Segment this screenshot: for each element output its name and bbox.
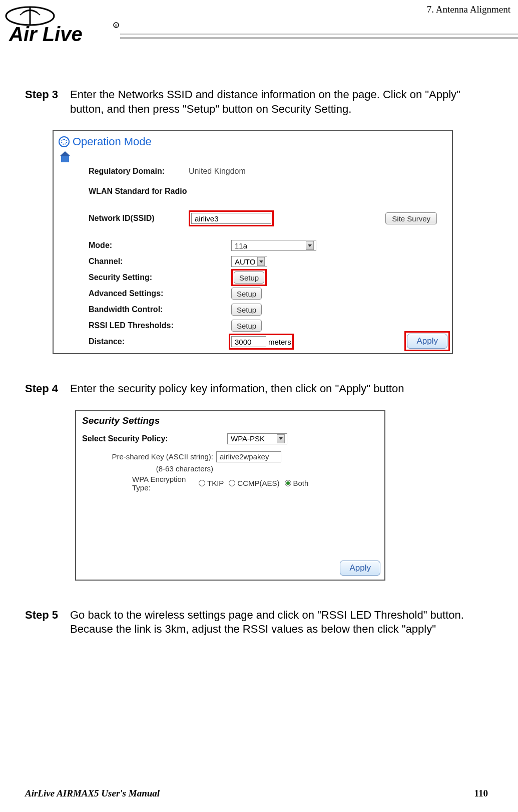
chevron-down-icon <box>306 241 314 250</box>
step-3-text: Enter the Networks SSID and distance inf… <box>70 88 488 116</box>
security-policy-label: Select Security Policy: <box>82 434 227 443</box>
psk-input[interactable]: airlive2wpakey <box>216 451 281 462</box>
bandwidth-setup-button[interactable]: Setup <box>231 304 262 316</box>
page-footer: AirLive AIRMAX5 User's Manual 110 <box>25 788 488 799</box>
chevron-down-icon <box>277 434 285 443</box>
apply-highlight: Apply <box>404 331 450 351</box>
mode-select[interactable]: 11a <box>231 240 316 251</box>
rssi-setup-button[interactable]: Setup <box>231 320 262 332</box>
step-3-label: Step 3 <box>25 88 70 116</box>
operation-mode-title: Operation Mode <box>73 135 152 148</box>
channel-select[interactable]: AUTO <box>231 256 267 267</box>
operation-mode-panel: Operation Mode Regulatory Domain: United… <box>53 130 453 354</box>
rssi-thresholds-label: RSSI LED Thresholds: <box>89 321 189 330</box>
radio-both[interactable] <box>285 480 291 486</box>
reg-domain-value: United Kingdom <box>189 167 246 176</box>
radio-tkip[interactable] <box>199 480 205 486</box>
security-settings-title: Security Settings <box>76 411 384 428</box>
site-survey-button[interactable]: Site Survey <box>385 212 437 224</box>
mode-value: 11a <box>235 241 247 250</box>
security-setup-button[interactable]: Setup <box>234 272 264 284</box>
step-5: Step 5 Go back to the wireless settings … <box>25 608 488 637</box>
security-apply-button[interactable]: Apply <box>340 561 380 576</box>
encryption-type-label: WPA Encryption Type: <box>111 475 194 492</box>
distance-highlight: 3000 meters <box>229 334 294 350</box>
channel-value: AUTO <box>235 257 255 266</box>
mode-label: Mode: <box>89 241 189 250</box>
psk-label: Pre-shared Key (ASCII string): <box>111 452 216 461</box>
footer-page-number: 110 <box>474 788 488 799</box>
apply-button[interactable]: Apply <box>407 334 447 349</box>
distance-label: Distance: <box>89 337 189 346</box>
brand-logo: Air Live R <box>5 5 125 52</box>
ssid-label: Network ID(SSID) <box>89 214 189 223</box>
wlan-std-label: WLAN Standard for Radio <box>89 187 189 196</box>
channel-label: Channel: <box>89 257 189 266</box>
security-policy-select[interactable]: WPA-PSK <box>227 433 287 444</box>
advanced-setup-button[interactable]: Setup <box>231 288 262 300</box>
psk-hint: (8-63 characters) <box>111 464 216 473</box>
svg-text:Air Live: Air Live <box>9 23 83 45</box>
step-5-text: Go back to the wireless settings page an… <box>70 608 488 637</box>
radio-ccmp-label: CCMP(AES) <box>237 479 279 487</box>
footer-manual-title: AirLive AIRMAX5 User's Manual <box>25 788 160 799</box>
reg-domain-label: Regulatory Domain: <box>89 167 189 176</box>
distance-unit: meters <box>268 338 291 346</box>
step-3: Step 3 Enter the Networks SSID and dista… <box>25 88 488 116</box>
ssid-highlight: airlive3 <box>189 210 274 226</box>
security-setup-highlight: Setup <box>231 269 267 286</box>
chapter-title: 7. Antenna Alignment <box>427 4 510 15</box>
home-icon[interactable] <box>60 151 72 162</box>
header-divider <box>120 31 518 42</box>
ssid-input[interactable]: airlive3 <box>191 213 271 224</box>
step-5-label: Step 5 <box>25 608 70 637</box>
svg-text:R: R <box>115 24 118 28</box>
radio-tkip-label: TKIP <box>207 479 224 487</box>
gear-icon <box>59 136 70 147</box>
radio-ccmp[interactable] <box>229 480 235 486</box>
security-setting-label: Security Setting: <box>89 273 189 282</box>
step-4: Step 4 Enter the security policy key inf… <box>25 382 488 396</box>
security-policy-value: WPA-PSK <box>231 434 265 443</box>
step-4-label: Step 4 <box>25 382 70 396</box>
step-4-text: Enter the security policy key informatio… <box>70 382 488 396</box>
advanced-settings-label: Advanced Settings: <box>89 289 189 298</box>
distance-input[interactable]: 3000 <box>231 336 266 347</box>
radio-both-label: Both <box>293 479 309 487</box>
chevron-down-icon <box>257 257 265 266</box>
security-settings-panel: Security Settings Select Security Policy… <box>75 410 385 581</box>
bandwidth-control-label: Bandwidth Control: <box>89 305 189 314</box>
